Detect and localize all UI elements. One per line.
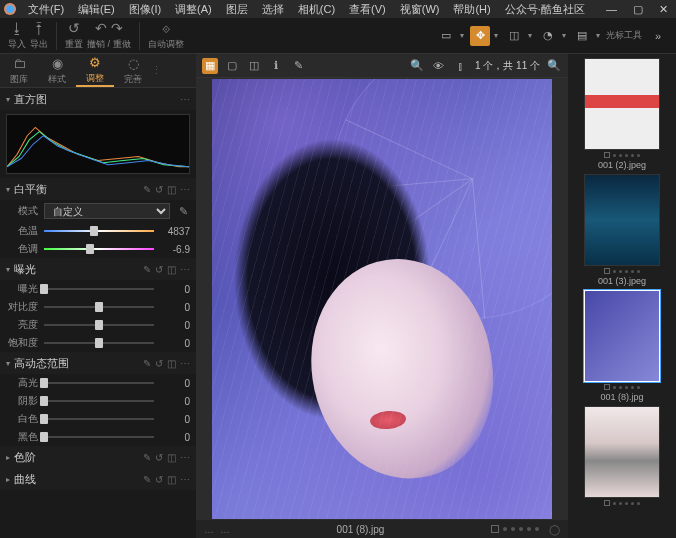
eyedropper-icon[interactable]: ✎	[176, 205, 190, 218]
copy-icon[interactable]: ◫	[167, 452, 176, 463]
tab-styles[interactable]: ◉ 样式	[38, 54, 76, 87]
brush-icon[interactable]: ✎	[143, 474, 151, 485]
reset-icon[interactable]: ↺	[155, 452, 163, 463]
chevron-down-icon[interactable]: ▾	[562, 31, 566, 40]
tab-library[interactable]: 🗀 图库	[0, 54, 38, 87]
menu-window[interactable]: 视窗(W)	[394, 2, 446, 17]
gradient-tool[interactable]: ▤	[572, 26, 592, 46]
rating-control[interactable]	[491, 525, 539, 533]
brush-icon[interactable]: ✎	[143, 184, 151, 195]
menu-help[interactable]: 帮助(H)	[447, 2, 496, 17]
menu-layer[interactable]: 图层	[220, 2, 254, 17]
menu-select[interactable]: 选择	[256, 2, 290, 17]
search-button[interactable]: 🔍	[409, 58, 425, 74]
hand-tool[interactable]: ✥	[470, 26, 490, 46]
menu-view[interactable]: 查看(V)	[343, 2, 392, 17]
folder-icon: 🗀	[13, 56, 26, 71]
thumbnail-rating[interactable]	[604, 500, 640, 506]
menu-camera[interactable]: 相机(C)	[292, 2, 341, 17]
thumbnail-image	[584, 58, 660, 150]
reset-icon[interactable]: ↺	[155, 264, 163, 275]
contrast-slider[interactable]	[44, 306, 154, 308]
chevron-down-icon[interactable]: ▾	[460, 31, 464, 40]
selection-tool[interactable]: ▭	[436, 26, 456, 46]
more-icon[interactable]: ⋯	[180, 184, 190, 195]
prev-image-button[interactable]: …	[204, 524, 214, 535]
more-icon[interactable]: ⋯	[180, 452, 190, 463]
export-button[interactable]: ⭱ 导出	[30, 20, 48, 51]
curves-header[interactable]: ▸ 曲线 ✎ ↺ ◫ ⋯	[0, 468, 196, 490]
brightness-slider[interactable]	[44, 324, 154, 326]
thumbnail-rating[interactable]	[604, 152, 640, 158]
thumbnail-item[interactable]: 001 (8).jpg	[574, 290, 670, 402]
crop-tool[interactable]: ◫	[504, 26, 524, 46]
zoom-button[interactable]: 🔍	[546, 58, 562, 74]
edit-view-button[interactable]: ✎	[290, 58, 306, 74]
maximize-button[interactable]: ▢	[629, 3, 647, 16]
menu-community[interactable]: 公众号·酷鱼社区	[499, 2, 591, 17]
menu-edit[interactable]: 编辑(E)	[72, 2, 121, 17]
hdr-header[interactable]: ▾ 高动态范围 ✎ ↺ ◫ ⋯	[0, 352, 196, 374]
exposure-slider[interactable]	[44, 288, 154, 290]
brush-icon[interactable]: ✎	[143, 452, 151, 463]
minimize-button[interactable]: —	[602, 3, 621, 16]
temp-slider[interactable]	[44, 230, 154, 232]
histogram-header[interactable]: ▾ 直方图 ⋯	[0, 88, 196, 110]
info-view-button[interactable]: ℹ	[268, 58, 284, 74]
copy-icon[interactable]: ◫	[167, 474, 176, 485]
brush-tool[interactable]: ◔	[538, 26, 558, 46]
shadow-slider[interactable]	[44, 400, 154, 402]
more-icon[interactable]: ⋯	[180, 474, 190, 485]
visibility-toggle[interactable]: 👁	[431, 58, 447, 74]
black-slider[interactable]	[44, 436, 154, 438]
expand-tools-button[interactable]: »	[648, 26, 668, 46]
exposure-header[interactable]: ▾ 曝光 ✎ ↺ ◫ ⋯	[0, 258, 196, 280]
auto-adjust-button[interactable]: ⟐ 自动调整	[148, 20, 184, 51]
brush-icon[interactable]: ✎	[143, 264, 151, 275]
next-image-button[interactable]: …	[220, 524, 230, 535]
filter-button[interactable]: ⫿	[453, 58, 469, 74]
more-icon[interactable]: ⋯	[180, 94, 190, 105]
wb-mode-select[interactable]: 自定义	[44, 203, 170, 219]
levels-header[interactable]: ▸ 色阶 ✎ ↺ ◫ ⋯	[0, 446, 196, 468]
white-slider[interactable]	[44, 418, 154, 420]
thumbnail-item[interactable]: 001 (2).jpeg	[574, 58, 670, 170]
thumbnail-item[interactable]: 001 (3).jpeg	[574, 174, 670, 286]
copy-icon[interactable]: ◫	[167, 264, 176, 275]
more-icon[interactable]: ⋯	[180, 358, 190, 369]
thumbnail-rating[interactable]	[604, 384, 640, 390]
thumbnail-item[interactable]	[574, 406, 670, 508]
saturation-slider[interactable]	[44, 342, 154, 344]
cursor-tools-label: 光标工具	[606, 29, 642, 42]
copy-icon[interactable]: ◫	[167, 358, 176, 369]
close-button[interactable]: ✕	[655, 3, 672, 16]
highlight-slider[interactable]	[44, 382, 154, 384]
slider-label: 饱和度	[6, 336, 38, 350]
reset-button[interactable]: ↺ 重置	[65, 20, 83, 51]
single-view-button[interactable]: ▢	[224, 58, 240, 74]
chevron-down-icon[interactable]: ▾	[528, 31, 532, 40]
white-balance-header[interactable]: ▾ 白平衡 ✎ ↺ ◫ ⋯	[0, 178, 196, 200]
import-button[interactable]: ⭳ 导入	[8, 20, 26, 51]
brush-icon[interactable]: ✎	[143, 358, 151, 369]
color-label-button[interactable]: ◯	[549, 524, 560, 535]
copy-icon[interactable]: ◫	[167, 184, 176, 195]
chevron-down-icon[interactable]: ▾	[494, 31, 498, 40]
panel-resize-handle[interactable]: ⋮	[152, 54, 160, 87]
tab-adjust[interactable]: ⚙ 调整	[76, 54, 114, 87]
tab-refine[interactable]: ◌ 完善	[114, 54, 152, 87]
menu-image[interactable]: 图像(I)	[123, 2, 167, 17]
more-icon[interactable]: ⋯	[180, 264, 190, 275]
reset-icon[interactable]: ↺	[155, 358, 163, 369]
thumbnail-rating[interactable]	[604, 268, 640, 274]
compare-view-button[interactable]: ◫	[246, 58, 262, 74]
chevron-down-icon[interactable]: ▾	[596, 31, 600, 40]
reset-icon[interactable]: ↺	[155, 184, 163, 195]
undo-redo-button[interactable]: ↶ ↷ 撤销 / 重做	[87, 20, 131, 51]
reset-icon[interactable]: ↺	[155, 474, 163, 485]
canvas-image[interactable]	[212, 79, 552, 519]
grid-view-button[interactable]: ▦	[202, 58, 218, 74]
menu-file[interactable]: 文件(F)	[22, 2, 70, 17]
tint-slider[interactable]	[44, 248, 154, 250]
menu-adjust[interactable]: 调整(A)	[169, 2, 218, 17]
